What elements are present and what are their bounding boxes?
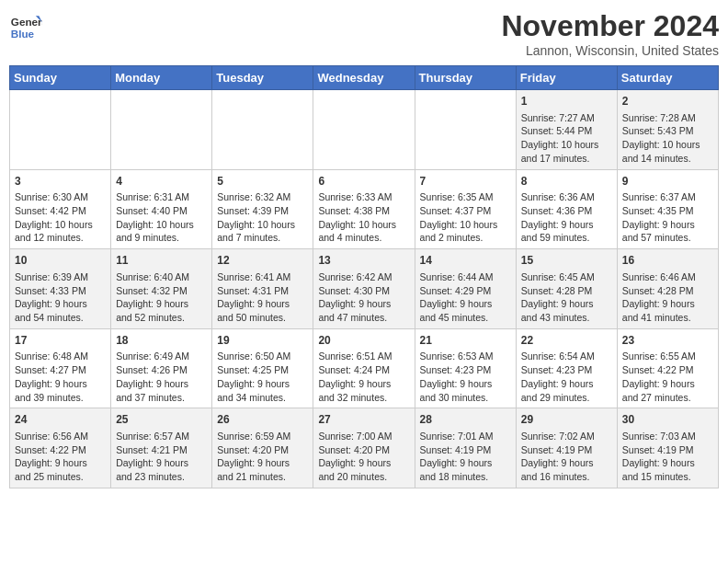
day-info: Sunrise: 6:51 AM xyxy=(318,350,409,363)
calendar-cell: 17Sunrise: 6:48 AMSunset: 4:27 PMDayligh… xyxy=(10,328,111,408)
calendar-cell: 11Sunrise: 6:40 AMSunset: 4:32 PMDayligh… xyxy=(111,249,212,329)
day-info: Sunrise: 6:49 AM xyxy=(116,350,207,363)
day-number: 15 xyxy=(521,253,612,269)
calendar-cell: 23Sunrise: 6:55 AMSunset: 4:22 PMDayligh… xyxy=(617,328,718,408)
logo: General Blue xyxy=(9,9,42,42)
calendar-cell: 6Sunrise: 6:33 AMSunset: 4:38 PMDaylight… xyxy=(313,169,415,249)
day-number: 30 xyxy=(622,412,713,428)
day-info: Daylight: 10 hours and 2 minutes. xyxy=(420,218,511,245)
day-info: Daylight: 9 hours and 32 minutes. xyxy=(318,377,409,404)
day-info: Sunset: 4:37 PM xyxy=(420,204,511,218)
day-info: Daylight: 10 hours and 17 minutes. xyxy=(521,138,612,165)
calendar-cell: 7Sunrise: 6:35 AMSunset: 4:37 PMDaylight… xyxy=(415,169,516,249)
calendar-cell: 10Sunrise: 6:39 AMSunset: 4:33 PMDayligh… xyxy=(10,249,111,329)
calendar-cell xyxy=(111,90,212,170)
calendar-cell: 20Sunrise: 6:51 AMSunset: 4:24 PMDayligh… xyxy=(313,328,415,408)
day-info: Sunset: 4:38 PM xyxy=(318,204,409,218)
col-header-thursday: Thursday xyxy=(415,66,516,90)
day-info: Sunrise: 7:00 AM xyxy=(318,430,409,443)
day-info: Sunset: 4:19 PM xyxy=(521,443,612,457)
calendar-cell: 9Sunrise: 6:37 AMSunset: 4:35 PMDaylight… xyxy=(617,169,718,249)
day-info: Sunrise: 6:30 AM xyxy=(15,190,106,204)
day-number: 20 xyxy=(318,333,409,349)
day-info: Daylight: 9 hours and 59 minutes. xyxy=(521,218,612,245)
day-info: Sunset: 4:39 PM xyxy=(217,204,308,218)
day-info: Sunset: 4:25 PM xyxy=(217,363,308,377)
day-info: Daylight: 10 hours and 12 minutes. xyxy=(15,218,106,245)
day-info: Sunset: 4:30 PM xyxy=(318,284,409,298)
day-number: 5 xyxy=(217,174,308,190)
day-info: Sunrise: 6:45 AM xyxy=(521,270,612,284)
day-number: 9 xyxy=(622,174,713,190)
day-info: Sunrise: 7:28 AM xyxy=(622,111,713,125)
day-number: 21 xyxy=(420,333,511,349)
week-row-4: 17Sunrise: 6:48 AMSunset: 4:27 PMDayligh… xyxy=(10,328,719,408)
day-number: 16 xyxy=(622,253,713,269)
calendar-cell: 2Sunrise: 7:28 AMSunset: 5:43 PMDaylight… xyxy=(617,90,718,170)
calendar-table: SundayMondayTuesdayWednesdayThursdayFrid… xyxy=(9,65,719,488)
day-info: Sunset: 4:22 PM xyxy=(622,363,713,377)
calendar-cell: 3Sunrise: 6:30 AMSunset: 4:42 PMDaylight… xyxy=(10,169,111,249)
calendar-cell: 25Sunrise: 6:57 AMSunset: 4:21 PMDayligh… xyxy=(111,408,212,488)
day-info: Daylight: 9 hours and 47 minutes. xyxy=(318,297,409,324)
day-info: Sunset: 4:32 PM xyxy=(116,284,207,298)
day-number: 11 xyxy=(116,253,207,269)
calendar-cell: 4Sunrise: 6:31 AMSunset: 4:40 PMDaylight… xyxy=(111,169,212,249)
day-info: Sunset: 4:42 PM xyxy=(15,204,106,218)
calendar-cell xyxy=(313,90,415,170)
day-number: 2 xyxy=(622,94,713,109)
day-info: Sunset: 5:44 PM xyxy=(521,124,612,138)
day-info: Sunrise: 6:54 AM xyxy=(521,350,612,363)
day-info: Sunrise: 6:35 AM xyxy=(420,190,511,204)
day-info: Sunset: 4:28 PM xyxy=(622,284,713,298)
day-info: Sunrise: 6:50 AM xyxy=(217,350,308,363)
svg-text:Blue: Blue xyxy=(11,28,35,40)
day-number: 10 xyxy=(15,253,106,269)
calendar-cell: 1Sunrise: 7:27 AMSunset: 5:44 PMDaylight… xyxy=(516,90,617,170)
day-info: Sunrise: 6:53 AM xyxy=(420,350,511,363)
day-info: Sunset: 4:21 PM xyxy=(116,443,207,457)
day-info: Daylight: 9 hours and 34 minutes. xyxy=(217,377,308,404)
week-row-5: 24Sunrise: 6:56 AMSunset: 4:22 PMDayligh… xyxy=(10,408,719,488)
day-info: Daylight: 9 hours and 54 minutes. xyxy=(15,297,106,324)
day-info: Sunset: 4:19 PM xyxy=(622,443,713,457)
day-info: Sunset: 4:33 PM xyxy=(15,284,106,298)
day-info: Daylight: 9 hours and 50 minutes. xyxy=(217,297,308,324)
calendar-cell: 19Sunrise: 6:50 AMSunset: 4:25 PMDayligh… xyxy=(212,328,313,408)
day-number: 23 xyxy=(622,333,713,349)
day-info: Sunrise: 6:31 AM xyxy=(116,190,207,204)
calendar-cell xyxy=(212,90,313,170)
day-info: Daylight: 9 hours and 30 minutes. xyxy=(420,377,511,404)
calendar-cell: 18Sunrise: 6:49 AMSunset: 4:26 PMDayligh… xyxy=(111,328,212,408)
day-info: Sunset: 4:20 PM xyxy=(318,443,409,457)
calendar-cell: 14Sunrise: 6:44 AMSunset: 4:29 PMDayligh… xyxy=(415,249,516,329)
day-info: Daylight: 9 hours and 15 minutes. xyxy=(622,456,713,483)
day-info: Sunrise: 7:03 AM xyxy=(622,430,713,443)
day-info: Daylight: 10 hours and 14 minutes. xyxy=(622,138,713,165)
calendar-cell: 28Sunrise: 7:01 AMSunset: 4:19 PMDayligh… xyxy=(415,408,516,488)
day-info: Daylight: 9 hours and 21 minutes. xyxy=(217,456,308,483)
day-info: Sunrise: 6:40 AM xyxy=(116,270,207,284)
day-info: Sunset: 4:19 PM xyxy=(420,443,511,457)
day-number: 4 xyxy=(116,174,207,190)
calendar-cell: 15Sunrise: 6:45 AMSunset: 4:28 PMDayligh… xyxy=(516,249,617,329)
day-info: Sunset: 4:28 PM xyxy=(521,284,612,298)
day-info: Sunrise: 6:37 AM xyxy=(622,190,713,204)
day-info: Sunrise: 6:55 AM xyxy=(622,350,713,363)
day-info: Daylight: 9 hours and 23 minutes. xyxy=(116,456,207,483)
location: Lannon, Wisconsin, United States xyxy=(501,43,719,58)
day-number: 22 xyxy=(521,333,612,349)
calendar-cell xyxy=(10,90,111,170)
day-info: Sunrise: 6:33 AM xyxy=(318,190,409,204)
day-number: 13 xyxy=(318,253,409,269)
calendar-cell: 29Sunrise: 7:02 AMSunset: 4:19 PMDayligh… xyxy=(516,408,617,488)
day-info: Daylight: 9 hours and 43 minutes. xyxy=(521,297,612,324)
col-header-tuesday: Tuesday xyxy=(212,66,313,90)
col-header-wednesday: Wednesday xyxy=(313,66,415,90)
day-info: Daylight: 9 hours and 27 minutes. xyxy=(622,377,713,404)
day-info: Daylight: 9 hours and 57 minutes. xyxy=(622,218,713,245)
day-info: Daylight: 10 hours and 7 minutes. xyxy=(217,218,308,245)
calendar-cell: 16Sunrise: 6:46 AMSunset: 4:28 PMDayligh… xyxy=(617,249,718,329)
calendar-cell: 22Sunrise: 6:54 AMSunset: 4:23 PMDayligh… xyxy=(516,328,617,408)
day-info: Daylight: 9 hours and 52 minutes. xyxy=(116,297,207,324)
